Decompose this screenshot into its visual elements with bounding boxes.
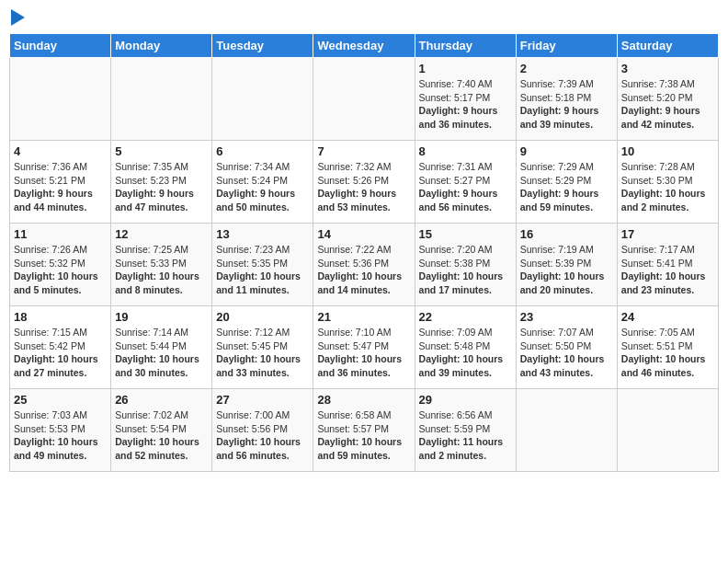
calendar-cell: 26Sunrise: 7:02 AMSunset: 5:54 PMDayligh…: [111, 389, 212, 472]
calendar-week-row: 25Sunrise: 7:03 AMSunset: 5:53 PMDayligh…: [10, 389, 719, 472]
day-number: 13: [216, 227, 309, 241]
day-info: Sunrise: 7:07 AMSunset: 5:50 PMDaylight:…: [520, 326, 613, 380]
day-info: Sunrise: 7:35 AMSunset: 5:23 PMDaylight:…: [115, 160, 208, 214]
calendar-cell: 28Sunrise: 6:58 AMSunset: 5:57 PMDayligh…: [313, 389, 415, 472]
calendar-cell: [212, 58, 313, 141]
calendar-week-row: 18Sunrise: 7:15 AMSunset: 5:42 PMDayligh…: [10, 306, 719, 389]
day-number: 26: [115, 393, 208, 407]
calendar-cell: 23Sunrise: 7:07 AMSunset: 5:50 PMDayligh…: [516, 306, 617, 389]
calendar-cell: 16Sunrise: 7:19 AMSunset: 5:39 PMDayligh…: [516, 224, 617, 306]
day-number: 21: [317, 310, 410, 324]
day-number: 22: [419, 310, 512, 324]
calendar-cell: 29Sunrise: 6:56 AMSunset: 5:59 PMDayligh…: [415, 389, 516, 472]
day-info: Sunrise: 7:02 AMSunset: 5:54 PMDaylight:…: [115, 408, 208, 463]
calendar-cell: 6Sunrise: 7:34 AMSunset: 5:24 PMDaylight…: [212, 141, 313, 224]
calendar-week-row: 11Sunrise: 7:26 AMSunset: 5:32 PMDayligh…: [10, 224, 719, 306]
day-number: 24: [621, 310, 714, 324]
day-info: Sunrise: 7:20 AMSunset: 5:38 PMDaylight:…: [419, 243, 512, 297]
day-info: Sunrise: 7:28 AMSunset: 5:30 PMDaylight:…: [621, 160, 714, 214]
day-number: 11: [14, 227, 107, 241]
calendar-cell: 2Sunrise: 7:39 AMSunset: 5:18 PMDaylight…: [516, 58, 617, 141]
calendar-cell: [313, 58, 415, 141]
day-info: Sunrise: 7:25 AMSunset: 5:33 PMDaylight:…: [115, 243, 208, 297]
day-info: Sunrise: 7:38 AMSunset: 5:20 PMDaylight:…: [621, 77, 714, 132]
calendar-cell: [111, 58, 212, 141]
calendar-header-row: SundayMondayTuesdayWednesdayThursdayFrid…: [10, 34, 719, 58]
day-info: Sunrise: 7:00 AMSunset: 5:56 PMDaylight:…: [216, 408, 309, 463]
day-info: Sunrise: 7:40 AMSunset: 5:17 PMDaylight:…: [419, 77, 512, 132]
day-header-thursday: Thursday: [415, 34, 516, 58]
calendar-cell: 3Sunrise: 7:38 AMSunset: 5:20 PMDaylight…: [617, 58, 718, 141]
calendar-cell: 9Sunrise: 7:29 AMSunset: 5:29 PMDaylight…: [516, 141, 617, 224]
calendar-cell: 22Sunrise: 7:09 AMSunset: 5:48 PMDayligh…: [415, 306, 516, 389]
day-header-saturday: Saturday: [617, 34, 718, 58]
day-number: 17: [621, 227, 714, 241]
calendar-cell: 10Sunrise: 7:28 AMSunset: 5:30 PMDayligh…: [617, 141, 718, 224]
calendar-cell: 18Sunrise: 7:15 AMSunset: 5:42 PMDayligh…: [10, 306, 111, 389]
day-number: 2: [520, 62, 613, 75]
day-header-monday: Monday: [111, 34, 212, 58]
logo-arrow-icon: [11, 9, 25, 26]
day-info: Sunrise: 7:10 AMSunset: 5:47 PMDaylight:…: [317, 326, 410, 380]
day-info: Sunrise: 7:23 AMSunset: 5:35 PMDaylight:…: [216, 243, 309, 297]
page-header: [9, 9, 719, 26]
day-number: 18: [14, 310, 107, 324]
calendar-cell: [617, 389, 718, 472]
calendar-table: SundayMondayTuesdayWednesdayThursdayFrid…: [9, 33, 719, 472]
day-info: Sunrise: 7:09 AMSunset: 5:48 PMDaylight:…: [419, 326, 512, 380]
calendar-cell: 20Sunrise: 7:12 AMSunset: 5:45 PMDayligh…: [212, 306, 313, 389]
day-info: Sunrise: 7:19 AMSunset: 5:39 PMDaylight:…: [520, 243, 613, 297]
calendar-cell: 24Sunrise: 7:05 AMSunset: 5:51 PMDayligh…: [617, 306, 718, 389]
logo: [9, 9, 25, 26]
day-number: 3: [621, 62, 714, 75]
day-header-friday: Friday: [516, 34, 617, 58]
day-number: 4: [14, 144, 107, 158]
day-info: Sunrise: 7:29 AMSunset: 5:29 PMDaylight:…: [520, 160, 613, 214]
day-number: 12: [115, 227, 208, 241]
day-number: 8: [419, 144, 512, 158]
day-header-tuesday: Tuesday: [212, 34, 313, 58]
calendar-cell: 25Sunrise: 7:03 AMSunset: 5:53 PMDayligh…: [10, 389, 111, 472]
day-number: 10: [621, 144, 714, 158]
day-info: Sunrise: 7:22 AMSunset: 5:36 PMDaylight:…: [317, 243, 410, 297]
day-info: Sunrise: 6:56 AMSunset: 5:59 PMDaylight:…: [419, 408, 512, 463]
day-number: 9: [520, 144, 613, 158]
day-info: Sunrise: 7:32 AMSunset: 5:26 PMDaylight:…: [317, 160, 410, 214]
day-info: Sunrise: 7:34 AMSunset: 5:24 PMDaylight:…: [216, 160, 309, 214]
day-number: 14: [317, 227, 410, 241]
calendar-cell: 12Sunrise: 7:25 AMSunset: 5:33 PMDayligh…: [111, 224, 212, 306]
day-number: 15: [419, 227, 512, 241]
day-number: 23: [520, 310, 613, 324]
calendar-week-row: 4Sunrise: 7:36 AMSunset: 5:21 PMDaylight…: [10, 141, 719, 224]
day-number: 5: [115, 144, 208, 158]
calendar-cell: [516, 389, 617, 472]
day-info: Sunrise: 7:05 AMSunset: 5:51 PMDaylight:…: [621, 326, 714, 380]
calendar-cell: 15Sunrise: 7:20 AMSunset: 5:38 PMDayligh…: [415, 224, 516, 306]
calendar-cell: 11Sunrise: 7:26 AMSunset: 5:32 PMDayligh…: [10, 224, 111, 306]
day-info: Sunrise: 6:58 AMSunset: 5:57 PMDaylight:…: [317, 408, 410, 463]
day-number: 19: [115, 310, 208, 324]
calendar-week-row: 1Sunrise: 7:40 AMSunset: 5:17 PMDaylight…: [10, 58, 719, 141]
calendar-cell: 8Sunrise: 7:31 AMSunset: 5:27 PMDaylight…: [415, 141, 516, 224]
calendar-cell: 1Sunrise: 7:40 AMSunset: 5:17 PMDaylight…: [415, 58, 516, 141]
day-number: 27: [216, 393, 309, 407]
calendar-cell: 13Sunrise: 7:23 AMSunset: 5:35 PMDayligh…: [212, 224, 313, 306]
day-number: 6: [216, 144, 309, 158]
day-header-wednesday: Wednesday: [313, 34, 415, 58]
calendar-cell: 5Sunrise: 7:35 AMSunset: 5:23 PMDaylight…: [111, 141, 212, 224]
day-number: 7: [317, 144, 410, 158]
day-info: Sunrise: 7:17 AMSunset: 5:41 PMDaylight:…: [621, 243, 714, 297]
day-number: 20: [216, 310, 309, 324]
calendar-cell: [10, 58, 111, 141]
calendar-cell: 19Sunrise: 7:14 AMSunset: 5:44 PMDayligh…: [111, 306, 212, 389]
day-info: Sunrise: 7:39 AMSunset: 5:18 PMDaylight:…: [520, 77, 613, 132]
calendar-cell: 21Sunrise: 7:10 AMSunset: 5:47 PMDayligh…: [313, 306, 415, 389]
day-info: Sunrise: 7:31 AMSunset: 5:27 PMDaylight:…: [419, 160, 512, 214]
day-info: Sunrise: 7:26 AMSunset: 5:32 PMDaylight:…: [14, 243, 107, 297]
day-number: 28: [317, 393, 410, 407]
day-number: 16: [520, 227, 613, 241]
day-info: Sunrise: 7:03 AMSunset: 5:53 PMDaylight:…: [14, 408, 107, 463]
day-info: Sunrise: 7:14 AMSunset: 5:44 PMDaylight:…: [115, 326, 208, 380]
day-info: Sunrise: 7:12 AMSunset: 5:45 PMDaylight:…: [216, 326, 309, 380]
day-number: 25: [14, 393, 107, 407]
